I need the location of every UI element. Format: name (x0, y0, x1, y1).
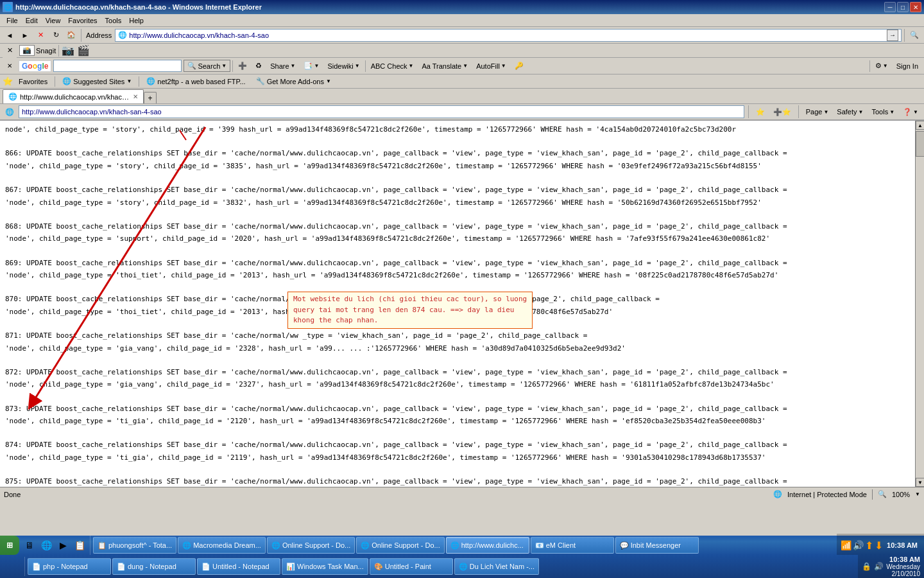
ql-media[interactable]: ▶ (55, 538, 71, 553)
sep2 (232, 60, 233, 72)
help-cmd-button[interactable]: ❓ ▼ (900, 105, 921, 119)
add-to-button[interactable]: ➕ (235, 59, 250, 73)
net2ftp-icon: 🌐 (146, 77, 155, 85)
menu-tools[interactable]: Tools (101, 15, 126, 26)
favorites-star: ⭐ (3, 76, 13, 86)
task-taskmgr[interactable]: 📊 Windows Task Man... (282, 558, 368, 575)
scroll-down-button[interactable]: ▼ (916, 478, 924, 487)
snagit-label: Snagit (36, 47, 56, 55)
task-icon-dvn: 🌐 (459, 563, 468, 571)
tray-network[interactable]: 📶 (841, 540, 851, 550)
suggested-sites-button[interactable]: 🌐 Suggested Sites ▼ (58, 75, 136, 87)
separator (81, 29, 81, 42)
share-button[interactable]: Share ▼ (267, 59, 298, 73)
refresh-button[interactable]: ↻ (49, 28, 63, 42)
menu-view[interactable]: View (42, 15, 65, 26)
tray-vol[interactable]: 🔊 (853, 540, 864, 550)
ql-extra[interactable]: 📋 (72, 538, 87, 553)
net2ftp-button[interactable]: 🌐 net2ftp - a web based FTP... (142, 75, 250, 87)
google-close[interactable]: ✕ (3, 59, 17, 73)
snagit-cam[interactable]: 📷 (62, 44, 74, 57)
autofill-icon[interactable]: 🔑 (511, 59, 527, 73)
sidewiki-button[interactable]: Sidewiki ▼ (324, 59, 363, 73)
task-php-notepad[interactable]: 📄 php - Notepad (28, 558, 111, 575)
cmd-address-bar[interactable]: http://www.dulichcaocap.vn/khach-san-4-s… (19, 105, 744, 118)
new-tab-button[interactable]: + (144, 92, 157, 103)
back-button[interactable]: ◄ (3, 28, 17, 42)
status-text: Done (4, 491, 21, 498)
menu-help[interactable]: Help (125, 15, 148, 26)
db-line-868b: 'node', child_page_type = 'support', chi… (5, 232, 910, 245)
scroll-thumb[interactable] (916, 131, 924, 157)
recycle-button[interactable]: ♻ (252, 59, 265, 73)
page-content[interactable]: node', child_page_type = 'story', child_… (0, 121, 915, 487)
settings-button[interactable]: ⚙ ▼ (872, 59, 891, 73)
command-bar: 🌐 http://www.dulichcaocap.vn/khach-san-4… (0, 104, 924, 121)
signin-button[interactable]: Sign In (893, 59, 921, 73)
tray2-vol: 🔊 (874, 562, 884, 571)
db-line-872a: 872: UPDATE boost_cache_relationships SE… (5, 366, 910, 379)
task-support1[interactable]: 🌐 Online Support - Do... (267, 537, 355, 554)
forward-button[interactable]: ► (18, 28, 32, 42)
google-search-button[interactable]: 🔍 Search ▼ (184, 60, 230, 72)
google-search-input[interactable] (53, 60, 182, 72)
task-dulich[interactable]: 🌐 http://www.dulichc... (446, 537, 529, 554)
favorites-bar: ⭐ Favorites 🌐 Suggested Sites ▼ 🌐 net2ft… (0, 74, 924, 89)
google-toolbar: ✕ Google 🔍 Search ▼ ➕ ♻ Share ▼ 📑 ▼ Side… (0, 58, 924, 74)
search-icon-button[interactable]: 🔍 (907, 28, 921, 42)
menu-file[interactable]: File (3, 15, 22, 26)
sep3 (365, 60, 366, 72)
tab-close-button[interactable]: ✕ (133, 93, 138, 100)
add-favorites-button[interactable]: ➕⭐ (770, 105, 794, 119)
task-inbit[interactable]: 💬 Inbit Messenger (615, 537, 699, 554)
task-dulich-vn[interactable]: 🌐 Du Lich Viet Nam -... (454, 558, 539, 575)
task-icon-php: 📄 (32, 563, 41, 571)
clock2[interactable]: 10:38 AM Wednesday 2/10/2010 (886, 556, 920, 577)
addons-button[interactable]: 🔧 Get More Add-ons ▼ (252, 75, 336, 87)
snagit-vid[interactable]: 🎬 (77, 44, 90, 57)
page-button[interactable]: Page ▼ (803, 105, 832, 119)
tools-cmd-button[interactable]: Tools ▼ (868, 105, 898, 119)
minimize-button[interactable]: ─ (884, 2, 896, 12)
maximize-button[interactable]: □ (897, 2, 909, 12)
task-dreamweaver[interactable]: 🌐 Macromedia Dream... (178, 537, 266, 554)
safety-button[interactable]: Safety ▼ (834, 105, 866, 119)
taskbar: ⊞ 🖥 🌐 ▶ 📋 📋 phuongsoft^ - Tota... 🌐 Macr… (0, 536, 924, 555)
favorites-button[interactable]: Favorites (14, 75, 52, 87)
taskbar-tasks-row1: 📋 phuongsoft^ - Tota... 🌐 Macromedia Dre… (90, 534, 837, 557)
task-icon-tm: 📊 (286, 563, 295, 571)
autofill-button[interactable]: AutoFill ▼ (473, 59, 509, 73)
start-icon: ⊞ (6, 541, 13, 550)
task-dung-notepad[interactable]: 📄 dung - Notepad (112, 558, 196, 575)
favorites-cmd-button[interactable]: ⭐ (753, 105, 768, 119)
task-icon-dw: 🌐 (182, 541, 191, 550)
task-emclient[interactable]: 📧 eM Client (531, 537, 614, 554)
stop-button[interactable]: ✕ (33, 28, 47, 42)
start-button[interactable]: ⊞ (0, 536, 19, 555)
url-text[interactable]: http://www.dulichcaocap.vn/khach-san-4-s… (129, 31, 887, 39)
scrollbar-track[interactable]: ▲ ▼ (915, 121, 924, 487)
bookmarks-button[interactable]: 📑 ▼ (300, 59, 322, 73)
task-icon-phuong: 📋 (98, 541, 107, 550)
ql-ie[interactable]: 🌐 (38, 538, 54, 553)
translate-button[interactable]: Aa Translate ▼ (418, 59, 471, 73)
snagit-close[interactable]: ✕ (3, 44, 17, 58)
task-support2[interactable]: 🌐 Online Support - Do... (356, 537, 444, 554)
active-tab[interactable]: 🌐 http://www.dulichcaocap.vn/khach-san-4… (3, 89, 144, 103)
status-sep (872, 489, 873, 500)
page-arrow: ▼ (823, 109, 828, 115)
spellcheck-button[interactable]: ABC Check ▼ (368, 59, 417, 73)
close-button[interactable]: ✕ (910, 2, 921, 12)
task-paint[interactable]: 🎨 Untitled - Paint (370, 558, 453, 575)
home-button[interactable]: 🏠 (64, 28, 78, 42)
separator2 (904, 29, 905, 42)
clock[interactable]: 10:38 AM (884, 541, 920, 549)
task-phuongsoft[interactable]: 📋 phuongsoft^ - Tota... (93, 537, 176, 554)
menu-edit[interactable]: Edit (22, 15, 42, 26)
task-untitled-notepad[interactable]: 📄 Untitled - Notepad (197, 558, 280, 575)
go-button[interactable]: → (887, 30, 898, 41)
scroll-up-button[interactable]: ▲ (916, 121, 924, 130)
sc-arrow: ▼ (409, 63, 414, 69)
ql-show-desktop[interactable]: 🖥 (22, 538, 37, 553)
menu-favorites[interactable]: Favorites (64, 15, 101, 26)
